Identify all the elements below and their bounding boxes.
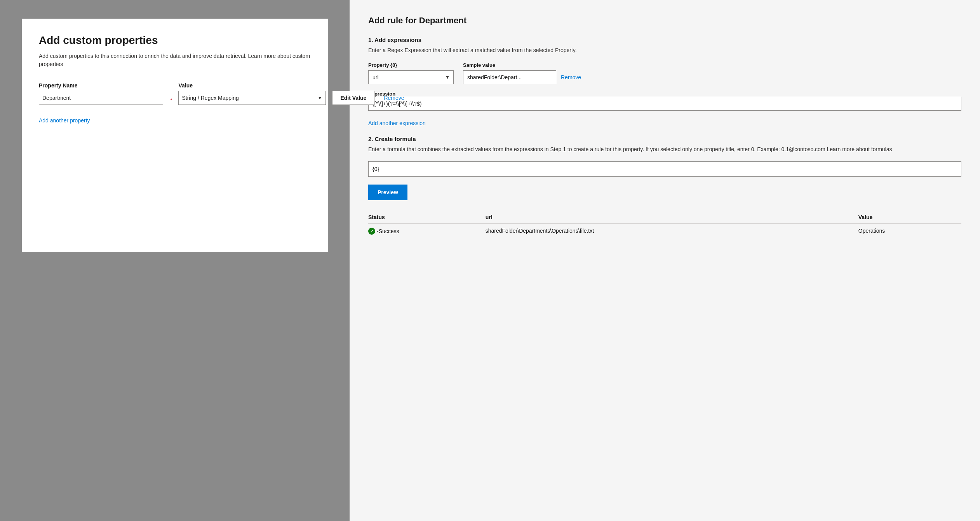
- sample-value-group: Sample value Remove: [463, 62, 961, 84]
- value-label: Value: [178, 82, 326, 89]
- remove-button[interactable]: Remove: [381, 91, 407, 105]
- page-description: Add custom properties to this connection…: [39, 52, 311, 68]
- property-label: Property {0}: [368, 62, 454, 68]
- property-field-group: Property {0} url title author ▼: [368, 62, 454, 84]
- sample-value-label: Sample value: [463, 62, 961, 68]
- table-row: ✓ -Success sharedFolder\Departments\Oper…: [368, 224, 961, 237]
- panel-title: Add rule for Department: [368, 16, 961, 26]
- url-cell: sharedFolder\Departments\Operations\file…: [486, 224, 858, 237]
- status-cell-inner: ✓ -Success: [368, 228, 481, 235]
- results-table-body: ✓ -Success sharedFolder\Departments\Oper…: [368, 224, 961, 237]
- section-add-expressions: 1. Add expressions Enter a Regex Express…: [368, 37, 961, 126]
- sample-value-row: Remove: [463, 70, 961, 84]
- section2-heading: 2. Create formula: [368, 136, 961, 142]
- expression-field-group: Expression: [368, 91, 961, 117]
- section1-heading: 1. Add expressions: [368, 37, 961, 43]
- property-select[interactable]: url title author: [368, 70, 454, 84]
- section2-description: Enter a formula that combines the extrac…: [368, 145, 961, 153]
- results-table: Status url Value ✓ -Success sharedFolder…: [368, 211, 961, 236]
- left-panel: Add custom properties Add custom propert…: [0, 0, 350, 521]
- property-name-input-wrapper: [39, 91, 163, 105]
- section1-description: Enter a Regex Expression that will extra…: [368, 46, 961, 54]
- value-select[interactable]: String / Regex Mapping Text Number: [178, 91, 326, 105]
- formula-input[interactable]: [368, 161, 961, 177]
- status-text: -Success: [377, 228, 399, 234]
- property-name-group: Property Name: [39, 82, 163, 105]
- edit-value-button[interactable]: Edit Value: [332, 91, 374, 105]
- property-sample-row: Property {0} url title author ▼ Sample v…: [368, 62, 961, 84]
- page-title: Add custom properties: [39, 34, 311, 47]
- results-header-row: Status url Value: [368, 211, 961, 224]
- add-expression-link[interactable]: Add another expression: [368, 120, 426, 126]
- value-select-wrapper[interactable]: String / Regex Mapping Text Number ▼: [178, 91, 326, 105]
- right-panel: Add rule for Department 1. Add expressio…: [350, 0, 980, 521]
- remove-expression-link[interactable]: Remove: [561, 74, 581, 80]
- expression-input[interactable]: [368, 97, 961, 111]
- preview-button[interactable]: Preview: [368, 185, 407, 200]
- property-form-row: Property Name * Value String / Regex Map…: [39, 82, 311, 105]
- section-create-formula: 2. Create formula Enter a formula that c…: [368, 136, 961, 236]
- add-property-link[interactable]: Add another property: [39, 117, 90, 124]
- success-icon: ✓: [368, 228, 375, 235]
- col-status: Status: [368, 211, 486, 224]
- left-panel-inner: Add custom properties Add custom propert…: [22, 19, 328, 252]
- property-name-input[interactable]: [39, 91, 163, 105]
- property-select-wrapper[interactable]: url title author ▼: [368, 70, 454, 84]
- required-star: *: [170, 97, 172, 103]
- property-name-label: Property Name: [39, 82, 163, 89]
- results-table-head: Status url Value: [368, 211, 961, 224]
- status-cell: ✓ -Success: [368, 224, 486, 237]
- sample-value-input[interactable]: [463, 70, 556, 84]
- value-cell: Operations: [858, 224, 961, 237]
- col-value: Value: [858, 211, 961, 224]
- col-url: url: [486, 211, 858, 224]
- value-result: Operations: [858, 228, 885, 234]
- value-group: Value String / Regex Mapping Text Number…: [178, 82, 326, 105]
